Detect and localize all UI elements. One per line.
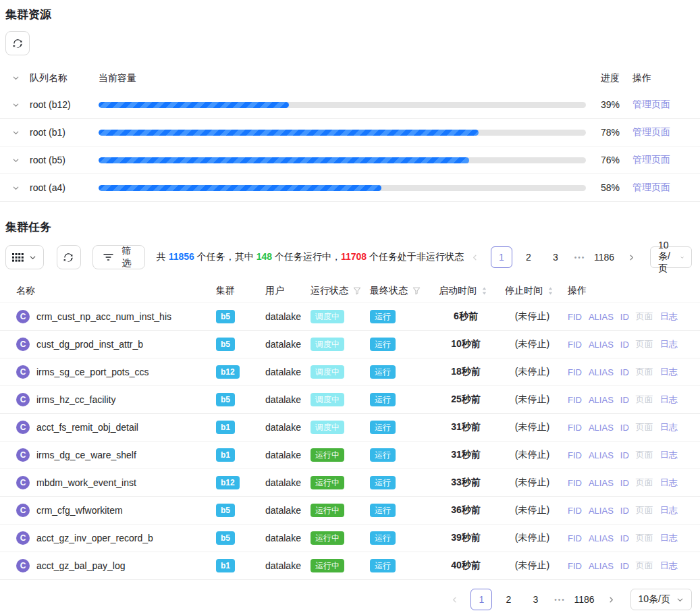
cluster-badge: b1	[216, 421, 235, 434]
stop-time: (未停止)	[500, 338, 565, 350]
stop-time-sorter-icon[interactable]	[547, 286, 554, 296]
op-link-alias[interactable]: ALIAS	[589, 506, 614, 516]
op-link-alias[interactable]: ALIAS	[589, 533, 614, 543]
task-ops: FIDALIASID页面日志	[565, 477, 692, 489]
prev-page-button[interactable]	[464, 246, 485, 268]
expand-row-icon[interactable]	[5, 101, 30, 109]
op-link-log[interactable]: 日志	[660, 449, 678, 461]
filter-button[interactable]: 筛选	[92, 245, 145, 269]
op-link-fid[interactable]: FID	[568, 450, 582, 460]
op-link-id[interactable]: ID	[620, 367, 629, 377]
page-size-select[interactable]: 10条/页	[650, 246, 692, 268]
op-link-alias[interactable]: ALIAS	[589, 561, 614, 571]
task-ops: FIDALIASID页面日志	[565, 560, 692, 572]
page-button-2[interactable]: 2	[497, 589, 519, 610]
chevron-right-icon	[628, 254, 635, 261]
chevron-down-icon	[29, 254, 36, 261]
progress-percent: 58%	[591, 182, 632, 193]
op-link-log[interactable]: 日志	[660, 366, 678, 378]
final-status-filter-icon[interactable]	[412, 287, 421, 295]
task-user: datalake	[265, 422, 311, 433]
op-link-id[interactable]: ID	[620, 423, 629, 433]
op-link-fid[interactable]: FID	[568, 533, 582, 543]
op-link-log[interactable]: 日志	[660, 311, 678, 323]
op-link-fid[interactable]: FID	[568, 506, 582, 516]
op-link-alias[interactable]: ALIAS	[589, 312, 614, 322]
expand-row-icon[interactable]	[5, 184, 30, 192]
task-name: acct_gz_inv_oper_record_b	[36, 533, 153, 543]
tasks-table-body: C crm_cust_np_acc_num_inst_his b5 datala…	[0, 303, 700, 580]
op-link-alias[interactable]: ALIAS	[589, 478, 614, 488]
op-link-fid[interactable]: FID	[568, 423, 582, 433]
page-button-1186[interactable]: 1186	[573, 589, 595, 610]
progress-track	[99, 157, 586, 163]
pagination-ellipsis[interactable]: •••	[572, 254, 588, 261]
op-link-fid[interactable]: FID	[568, 367, 582, 377]
next-page-button[interactable]	[620, 246, 642, 268]
op-link-fid[interactable]: FID	[568, 340, 582, 350]
pagination-ellipsis[interactable]: •••	[551, 596, 568, 604]
op-link-id[interactable]: ID	[620, 450, 629, 460]
prev-page-button[interactable]	[443, 589, 465, 610]
op-link-log[interactable]: 日志	[660, 560, 678, 572]
queue-name: root (b1)	[30, 127, 99, 138]
start-time: 36秒前	[432, 504, 500, 516]
manage-page-link[interactable]: 管理页面	[632, 126, 670, 138]
task-avatar: C	[16, 365, 30, 379]
op-link-id[interactable]: ID	[620, 478, 629, 488]
op-link-fid[interactable]: FID	[568, 395, 582, 405]
op-link-alias[interactable]: ALIAS	[589, 450, 614, 460]
start-time-sorter-icon[interactable]	[481, 286, 487, 296]
op-link-fid[interactable]: FID	[568, 478, 582, 488]
manage-page-link[interactable]: 管理页面	[632, 182, 670, 194]
op-link-alias[interactable]: ALIAS	[589, 367, 614, 377]
task-row: C acct_fs_remit_obj_detail b1 datalake 调…	[0, 414, 700, 442]
chevron-left-icon	[471, 254, 479, 261]
op-link-log[interactable]: 日志	[660, 394, 678, 406]
task-avatar: C	[16, 559, 30, 572]
manage-page-link[interactable]: 管理页面	[632, 99, 670, 111]
expand-row-icon[interactable]	[5, 129, 30, 136]
page-size-select[interactable]: 10条/页	[630, 589, 692, 610]
op-link-log[interactable]: 日志	[660, 504, 678, 516]
summary-suffix: 个任务处于非运行状态	[367, 251, 464, 262]
col-cluster: 集群	[216, 285, 265, 297]
op-link-id[interactable]: ID	[620, 533, 629, 543]
resources-table: 队列名称 当前容量 进度 操作 root (b12) 39% 管理页面 root…	[0, 65, 700, 202]
run-status-filter-icon[interactable]	[353, 287, 361, 295]
op-link-log[interactable]: 日志	[660, 477, 678, 489]
page-button-3[interactable]: 3	[545, 246, 566, 268]
op-link-log[interactable]: 日志	[660, 421, 678, 433]
op-link-log[interactable]: 日志	[660, 532, 678, 544]
next-page-button[interactable]	[601, 589, 622, 610]
col-progress: 进度	[591, 72, 632, 84]
op-link-log[interactable]: 日志	[660, 338, 678, 350]
page-button-1186[interactable]: 1186	[593, 246, 615, 268]
op-link-fid[interactable]: FID	[568, 312, 582, 322]
page-button-2[interactable]: 2	[518, 246, 539, 268]
task-name: cust_dg_prod_inst_attr_b	[36, 339, 143, 350]
page-button-1[interactable]: 1	[491, 246, 512, 268]
page-button-3[interactable]: 3	[524, 589, 546, 610]
tasks-refresh-button[interactable]	[57, 245, 81, 269]
expand-all-icon[interactable]	[5, 74, 30, 82]
op-link-id[interactable]: ID	[620, 340, 629, 350]
manage-page-link[interactable]: 管理页面	[632, 154, 670, 166]
expand-row-icon[interactable]	[5, 157, 30, 164]
op-link-alias[interactable]: ALIAS	[589, 423, 614, 433]
op-link-id[interactable]: ID	[620, 395, 629, 405]
op-link-id[interactable]: ID	[620, 506, 629, 516]
task-user: datalake	[265, 560, 311, 571]
op-link-alias[interactable]: ALIAS	[589, 395, 614, 405]
page-button-1[interactable]: 1	[470, 589, 492, 610]
op-link-id[interactable]: ID	[620, 312, 629, 322]
layout-dropdown-button[interactable]	[5, 245, 44, 269]
progress-fill	[99, 102, 289, 108]
op-link-alias[interactable]: ALIAS	[589, 340, 614, 350]
task-row: C acct_gz_inv_oper_record_b b5 datalake …	[0, 525, 700, 552]
run-status-badge: 运行中	[311, 531, 344, 545]
op-link-fid[interactable]: FID	[568, 561, 582, 571]
final-status-badge: 运行	[370, 504, 396, 517]
resources-refresh-button[interactable]	[5, 31, 30, 55]
op-link-id[interactable]: ID	[620, 561, 629, 571]
